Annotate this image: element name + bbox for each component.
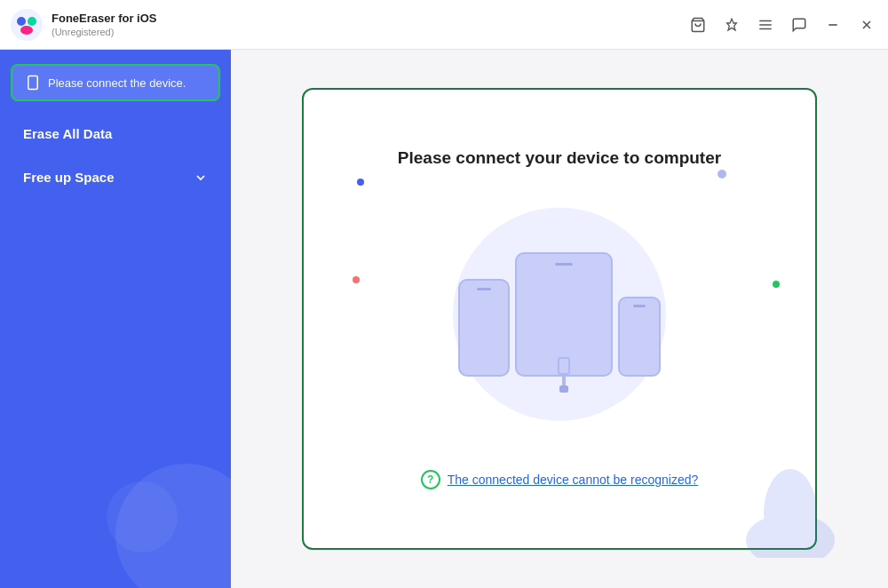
free-up-space-label: Free up Space — [23, 170, 115, 185]
help-link[interactable]: The connected device cannot be recognize… — [448, 473, 699, 487]
menu-icon[interactable] — [755, 14, 776, 36]
connect-label: Please connect the device. — [48, 76, 186, 90]
sidebar-decor-2 — [107, 481, 178, 552]
device-iphone — [458, 279, 510, 377]
usb-cable — [558, 357, 570, 393]
pin-icon[interactable] — [721, 14, 742, 36]
connect-device-button[interactable]: Please connect the device. — [11, 64, 220, 101]
dot-blue-left — [357, 179, 364, 186]
usb-plug — [559, 385, 568, 393]
svg-rect-11 — [28, 76, 38, 90]
title-bar: FoneEraser for iOS (Unregistered) — [0, 0, 888, 50]
app-info: FoneEraser for iOS (Unregistered) — [11, 9, 156, 41]
svg-point-3 — [20, 26, 33, 35]
main-layout: Please connect the device. Erase All Dat… — [0, 50, 888, 588]
sidebar-item-erase-all-data[interactable]: Erase All Data — [11, 115, 220, 152]
svg-point-0 — [11, 9, 43, 41]
chat-icon[interactable] — [789, 14, 810, 36]
cart-icon[interactable] — [687, 14, 709, 36]
svg-point-2 — [28, 17, 36, 26]
app-logo — [11, 9, 43, 41]
erase-all-data-label: Erase All Data — [23, 126, 112, 141]
close-button[interactable] — [856, 14, 877, 36]
device-small-phone — [618, 297, 661, 377]
app-subtitle: (Unregistered) — [52, 27, 156, 37]
help-link-row: ? The connected device cannot be recogni… — [421, 470, 699, 489]
phone-icon — [25, 75, 41, 91]
dot-red-left — [353, 276, 360, 283]
devices-wrapper — [458, 252, 661, 377]
usb-body — [562, 375, 566, 385]
device-illustration — [426, 195, 693, 425]
minimize-button[interactable] — [822, 14, 844, 36]
sidebar-item-free-up-space[interactable]: Free up Space — [11, 159, 220, 195]
svg-point-1 — [17, 17, 26, 26]
dot-green-right — [773, 281, 780, 288]
content-area: Please connect your device to computer — [231, 50, 888, 588]
question-icon: ? — [421, 470, 440, 489]
usb-head — [558, 357, 570, 375]
connect-title: Please connect your device to computer — [398, 148, 721, 168]
sidebar-decor-1 — [115, 464, 231, 588]
dot-purple-right — [718, 170, 726, 179]
chevron-down-icon — [194, 171, 208, 185]
title-bar-controls — [687, 14, 877, 36]
sidebar: Please connect the device. Erase All Dat… — [0, 50, 231, 588]
device-ipad — [515, 252, 613, 377]
connect-panel: Please connect your device to computer — [302, 88, 817, 550]
app-title: FoneEraser for iOS — [52, 12, 156, 27]
